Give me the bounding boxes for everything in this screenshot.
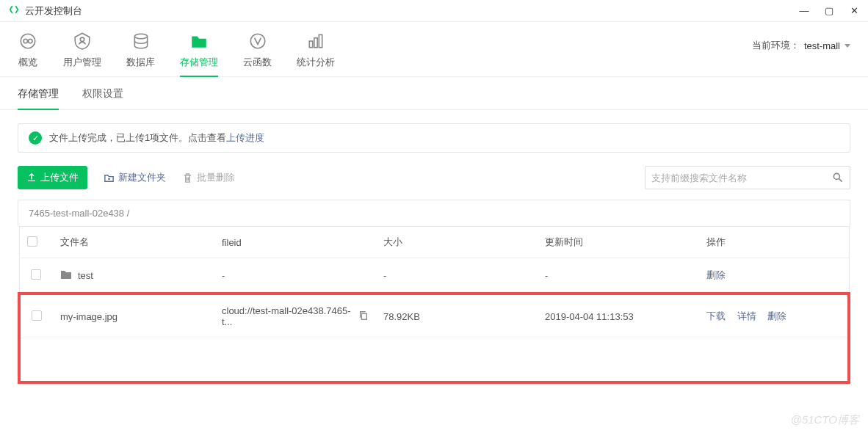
nav-database[interactable]: 数据库 bbox=[126, 31, 155, 76]
nav-stats[interactable]: 统计分析 bbox=[297, 31, 335, 76]
svg-rect-6 bbox=[309, 41, 312, 48]
nav-function[interactable]: 云函数 bbox=[243, 31, 272, 76]
header-actions: 操作 bbox=[699, 227, 849, 258]
env-name: test-mall bbox=[804, 40, 840, 51]
delete-link[interactable]: 删除 bbox=[767, 310, 786, 321]
storage-icon bbox=[189, 31, 209, 51]
folder-icon bbox=[60, 269, 72, 282]
env-label: 当前环境： bbox=[752, 39, 800, 52]
file-time: - bbox=[538, 258, 699, 294]
svg-rect-7 bbox=[314, 38, 317, 48]
file-id: - bbox=[214, 258, 376, 294]
batchdelete-button[interactable]: 批量删除 bbox=[182, 171, 235, 184]
check-icon: ✓ bbox=[29, 131, 42, 145]
download-link[interactable]: 下载 bbox=[706, 310, 726, 321]
toolbar: 上传文件 新建文件夹 批量删除 bbox=[18, 166, 850, 189]
close-button[interactable]: ✕ bbox=[849, 5, 859, 16]
function-icon bbox=[247, 31, 268, 51]
nav-user[interactable]: 用户管理 bbox=[63, 31, 101, 76]
svg-point-2 bbox=[29, 39, 32, 43]
svg-point-1 bbox=[23, 39, 27, 43]
maximize-button[interactable]: ▢ bbox=[824, 5, 834, 16]
nav-label: 存储管理 bbox=[180, 56, 218, 69]
delete-link[interactable]: 删除 bbox=[706, 269, 726, 280]
alert-text: 文件上传完成，已上传1项文件。点击查看 bbox=[49, 132, 226, 143]
svg-rect-8 bbox=[319, 34, 322, 47]
breadcrumb[interactable]: 7465-test-mall-02e438 / bbox=[18, 200, 850, 226]
row-checkbox[interactable] bbox=[32, 310, 42, 321]
chevron-down-icon bbox=[845, 44, 850, 48]
file-time: 2019-04-04 11:13:53 bbox=[538, 294, 699, 338]
window-controls: — ▢ ✕ bbox=[799, 5, 859, 16]
overview-icon bbox=[18, 31, 38, 51]
search-icon bbox=[832, 172, 844, 183]
user-icon bbox=[72, 31, 93, 51]
row-checkbox[interactable] bbox=[31, 269, 41, 280]
database-icon bbox=[131, 31, 151, 51]
newfolder-button[interactable]: 新建文件夹 bbox=[104, 171, 166, 184]
env-selector[interactable]: 当前环境： test-mall bbox=[752, 39, 850, 68]
stats-icon bbox=[305, 31, 326, 51]
table-row[interactable]: test - - - 删除 bbox=[19, 258, 849, 294]
nav-label: 云函数 bbox=[243, 56, 272, 69]
alert-link[interactable]: 上传进度 bbox=[226, 132, 264, 143]
search-input[interactable] bbox=[651, 172, 832, 183]
minimize-button[interactable]: — bbox=[799, 5, 809, 16]
upload-alert: ✓ 文件上传完成，已上传1项文件。点击查看上传进度 bbox=[18, 123, 850, 153]
header-time: 更新时间 bbox=[538, 227, 699, 258]
file-size: - bbox=[376, 258, 538, 294]
nav-label: 统计分析 bbox=[297, 56, 335, 69]
select-all-checkbox[interactable] bbox=[27, 236, 37, 247]
app-logo-icon bbox=[9, 4, 19, 17]
svg-rect-10 bbox=[361, 313, 366, 319]
tab-permission[interactable]: 权限设置 bbox=[82, 87, 123, 109]
svg-point-5 bbox=[250, 34, 265, 48]
file-size: 78.92KB bbox=[376, 294, 538, 338]
svg-point-3 bbox=[80, 37, 84, 41]
subtabs: 存储管理 权限设置 bbox=[0, 77, 868, 110]
header-name: 文件名 bbox=[53, 227, 214, 258]
folder-plus-icon bbox=[104, 172, 115, 183]
svg-point-9 bbox=[833, 173, 839, 179]
trash-icon bbox=[182, 172, 193, 183]
search-box[interactable] bbox=[645, 166, 850, 189]
header-size: 大小 bbox=[376, 227, 538, 258]
copy-icon[interactable] bbox=[358, 310, 369, 323]
nav-label: 用户管理 bbox=[63, 56, 101, 69]
titlebar: 云开发控制台 — ▢ ✕ bbox=[0, 0, 868, 22]
file-name: test bbox=[78, 270, 93, 281]
file-name: my-image.jpg bbox=[53, 294, 214, 338]
app-title: 云开发控制台 bbox=[25, 4, 82, 18]
nav-label: 数据库 bbox=[126, 56, 155, 69]
upload-icon bbox=[26, 172, 37, 183]
file-table: 文件名 fileid 大小 更新时间 操作 test - - - 删除 bbox=[18, 226, 850, 384]
detail-link[interactable]: 详情 bbox=[737, 310, 756, 321]
tab-storage[interactable]: 存储管理 bbox=[18, 87, 59, 109]
header-fileid: fileid bbox=[214, 227, 376, 258]
content: ✓ 文件上传完成，已上传1项文件。点击查看上传进度 上传文件 新建文件夹 批量删… bbox=[0, 110, 868, 397]
upload-button[interactable]: 上传文件 bbox=[18, 166, 87, 189]
table-row[interactable]: my-image.jpg cloud://test-mall-02e438.74… bbox=[19, 294, 849, 338]
svg-point-4 bbox=[134, 34, 147, 39]
nav-label: 概览 bbox=[18, 56, 37, 69]
top-nav: 概览 用户管理 数据库 存储管理 云函数 统计分析 当前环境： test-mal… bbox=[0, 22, 868, 77]
file-id: cloud://test-mall-02e438.7465-t... bbox=[222, 305, 354, 327]
nav-storage[interactable]: 存储管理 bbox=[180, 31, 218, 76]
nav-overview[interactable]: 概览 bbox=[18, 31, 38, 76]
